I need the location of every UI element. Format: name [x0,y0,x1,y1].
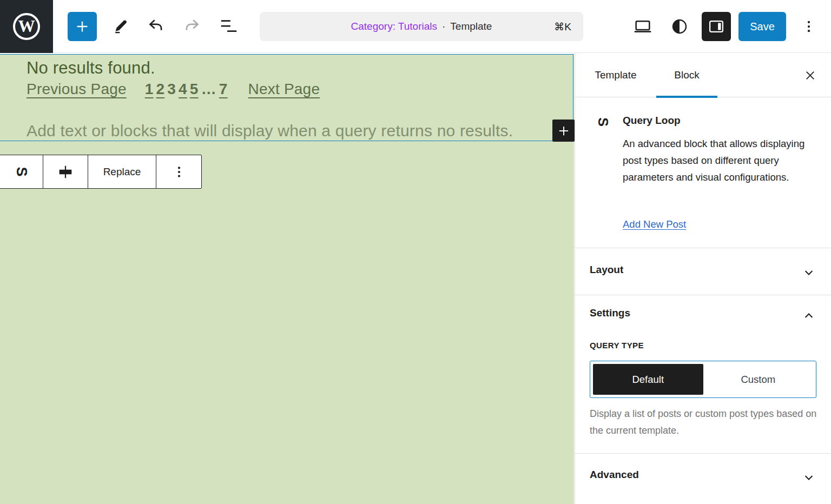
pagination-page-2[interactable]: 2 [156,81,165,98]
save-button[interactable]: Save [738,12,786,41]
wordpress-logo-button[interactable]: W [0,0,53,53]
view-preview-button[interactable] [630,14,656,39]
undo-button[interactable] [142,14,168,39]
align-button[interactable] [43,155,88,188]
editor-canvas: No results found. Previous Page 1 2 3 4 … [0,53,574,504]
pencil-icon [110,17,129,36]
panel-layout[interactable]: Layout [575,248,831,295]
tab-template[interactable]: Template [575,53,656,97]
query-loop-icon: S [595,114,611,130]
list-view-button[interactable] [216,14,242,39]
query-type-toggle: Default Custom [590,361,816,398]
block-toolbar: S Replace [0,155,202,189]
pagination-page-5[interactable]: 5 [190,81,199,98]
block-card-title: Query Loop [623,115,681,127]
contrast-icon [670,17,689,36]
no-results-heading[interactable]: No results found. [27,58,155,78]
edit-tool-button[interactable] [107,14,133,39]
settings-sidebar-toggle-button[interactable] [702,12,731,41]
active-tab-indicator [656,96,717,98]
panel-advanced-label: Advanced [590,469,639,481]
settings-sidebar: Template Block S Query Loop An advanced … [575,53,831,504]
sidebar-panel-icon [707,17,726,36]
title-separator: · [442,21,445,32]
chevron-down-icon [801,470,816,485]
close-icon [803,69,817,82]
plus-icon [557,124,571,138]
redo-button[interactable] [180,14,206,39]
pagination-block: Previous Page 1 2 3 4 5 … 7 Next Page [27,81,320,98]
redo-arrow-icon [182,16,203,37]
list-view-icon [219,16,239,37]
query-type-custom-option[interactable]: Custom [703,364,814,395]
no-results-placeholder-text[interactable]: Add text or blocks that will display whe… [27,122,513,140]
styles-button[interactable] [667,14,692,39]
block-appender-button[interactable] [552,120,575,142]
command-center-button[interactable]: Category: Tutorials · Template ⌘K [260,12,583,41]
editor-top-bar: W Category: Tutorials · Template [0,0,831,53]
add-new-post-link[interactable]: Add New Post [623,218,686,230]
replace-button[interactable]: Replace [88,155,156,188]
chevron-down-icon [801,265,816,280]
panel-layout-label: Layout [590,264,623,276]
svg-text:W: W [18,17,35,36]
chevron-up-icon [801,308,816,323]
pagination-page-1[interactable]: 1 [145,81,154,98]
panel-advanced[interactable]: Advanced [575,453,831,502]
query-type-default-option[interactable]: Default [593,364,703,395]
pagination-numbers: 1 2 3 4 5 … 7 [145,81,228,98]
query-loop-block-button[interactable]: S [0,155,43,188]
wordpress-logo-icon: W [10,10,43,43]
panel-settings[interactable]: Settings [575,295,831,342]
close-sidebar-button[interactable] [797,62,823,88]
block-options-button[interactable] [156,155,201,188]
query-type-help-text: Display a list of posts or custom post t… [590,406,828,439]
tab-block[interactable]: Block [656,53,717,97]
laptop-icon [632,16,653,37]
plus-icon [74,18,90,35]
kebab-menu-icon [801,18,817,35]
pagination-next-link[interactable]: Next Page [248,81,320,98]
pagination-ellipsis: … [201,81,216,98]
query-loop-icon: S [14,167,28,176]
query-type-label: QUERY TYPE [590,341,644,350]
undo-arrow-icon [145,16,166,37]
pagination-page-7[interactable]: 7 [219,81,228,98]
block-card-description: An advanced block that allows displaying… [623,135,809,185]
panel-settings-label: Settings [590,307,630,319]
pagination-page-4[interactable]: 4 [179,81,187,98]
kebab-menu-icon [172,164,187,180]
pagination-current-page: 3 [167,81,176,98]
options-menu-button[interactable] [796,14,822,39]
document-title-context: Category: Tutorials [351,21,437,32]
pagination-previous-link[interactable]: Previous Page [27,81,127,98]
document-title: Template [450,21,492,32]
keyboard-shortcut-hint: ⌘K [554,21,571,33]
block-inserter-button[interactable] [68,12,97,41]
align-center-icon [56,163,75,181]
sidebar-tabs: Template Block [575,53,831,97]
